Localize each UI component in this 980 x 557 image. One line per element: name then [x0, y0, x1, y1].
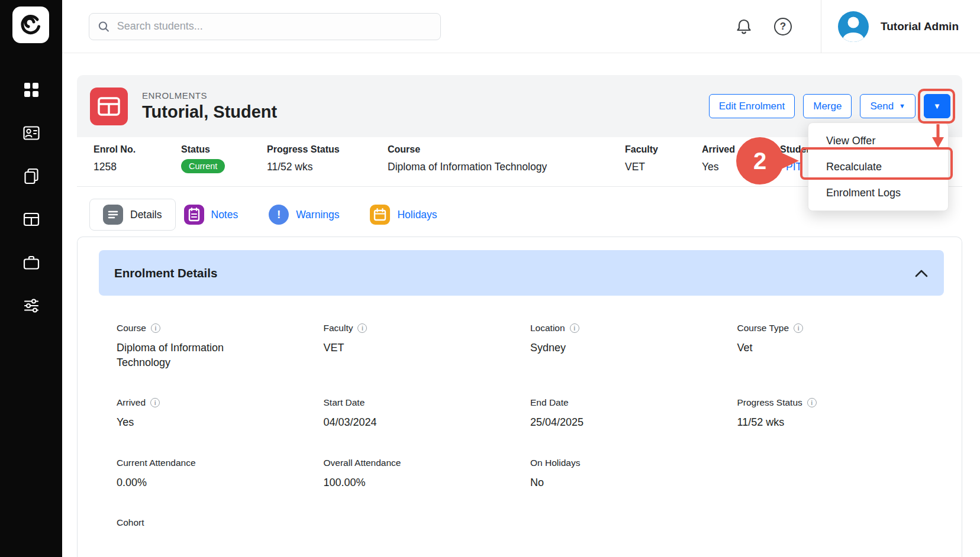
table-icon [22, 211, 40, 228]
send-label: Send [870, 101, 894, 112]
info-icon[interactable]: i [807, 398, 817, 407]
summary-field-enrol-no: Enrol No. 1258 [94, 144, 136, 173]
sidebar [0, 0, 62, 557]
chevron-up-icon [914, 268, 929, 278]
help-button[interactable]: ? [771, 15, 795, 38]
menu-item-recalculate[interactable]: Recalculate [808, 154, 948, 180]
info-icon[interactable]: i [570, 323, 579, 333]
user-avatar[interactable] [838, 11, 869, 42]
field-current-attendance: Current Attendance 0.00% [117, 458, 324, 490]
summary-field-arrived: Arrived Yes [702, 144, 735, 173]
field-cohort: Cohort [117, 517, 324, 535]
sidebar-nav [0, 81, 62, 315]
caret-down-icon: ▼ [899, 103, 905, 109]
details-panel: Enrolment Details Coursei Diploma of Inf… [77, 237, 962, 557]
app-root: ? Tutorial Admin ENROLMENTS T [0, 0, 980, 557]
field-arrived: Arrivedi Yes [117, 397, 324, 430]
enrolment-details-section-header[interactable]: Enrolment Details [99, 250, 944, 296]
info-icon[interactable]: i [151, 323, 160, 333]
sidebar-item-settings[interactable] [22, 297, 40, 315]
tab-warnings-label: Warnings [296, 209, 339, 221]
info-icon[interactable]: i [357, 323, 367, 333]
info-icon[interactable]: i [150, 398, 160, 407]
sidebar-item-dashboard[interactable] [22, 81, 40, 99]
exclamation-glyph: ! [277, 208, 281, 221]
tab-details-label: Details [130, 209, 162, 221]
tab-details[interactable]: Details [89, 199, 176, 231]
field-end-date: End Date 25/04/2025 [530, 397, 737, 430]
help-glyph: ? [780, 21, 786, 33]
tab-warnings[interactable]: ! Warnings [269, 205, 339, 225]
sidebar-item-documents[interactable] [22, 167, 40, 185]
details-icon [103, 205, 123, 225]
topbar-divider [821, 0, 821, 53]
field-progress-status: Progress Statusi 11/52 wks [737, 397, 944, 430]
notifications-button[interactable] [732, 15, 756, 38]
sidebar-item-jobs[interactable] [22, 254, 40, 271]
field-location: Locationi Sydney [530, 323, 737, 370]
field-faculty: Facultyi VET [324, 323, 531, 370]
sliders-icon [22, 297, 40, 315]
app-logo[interactable] [12, 7, 49, 43]
tab-notes-label: Notes [211, 209, 238, 221]
page-title: Tutorial, Student [142, 102, 277, 122]
collapse-button[interactable] [914, 268, 929, 278]
sidebar-item-enrolments[interactable] [22, 211, 40, 228]
tab-notes[interactable]: Notes [184, 205, 238, 225]
grid-spacer [737, 458, 944, 490]
field-course-type: Course Typei Vet [737, 323, 944, 370]
details-grid: Coursei Diploma of Information Technolog… [117, 323, 944, 535]
tab-holidays[interactable]: Holidays [370, 205, 437, 225]
logo-swirl-icon [19, 13, 43, 37]
field-start-date: Start Date 04/03/2024 [324, 397, 531, 430]
dashboard-icon [22, 81, 40, 99]
send-dropdown-menu: View Offer Recalculate Enrolment Logs [808, 122, 949, 211]
enrolments-module-icon [90, 88, 128, 125]
search-box [89, 13, 441, 40]
calendar-icon [370, 205, 390, 225]
enrolment-actions: Edit Enrolment Merge Send ▼ ▼ [709, 94, 950, 118]
topbar-right: ? Tutorial Admin [732, 0, 980, 53]
status-badge: Current [181, 159, 225, 173]
sidebar-item-students[interactable] [22, 124, 40, 142]
search-icon [98, 20, 110, 33]
help-icon: ? [774, 18, 792, 35]
field-overall-attendance: Overall Attendance 100.00% [324, 458, 531, 490]
notes-icon [184, 205, 204, 225]
summary-field-status: Status Current [181, 144, 225, 173]
bell-icon [735, 18, 753, 35]
section-title: Enrolment Details [114, 266, 217, 280]
briefcase-icon [22, 254, 40, 271]
contact-card-icon [22, 124, 40, 142]
edit-enrolment-button[interactable]: Edit Enrolment [709, 94, 795, 118]
menu-item-enrolment-logs[interactable]: Enrolment Logs [808, 180, 948, 206]
send-button[interactable]: Send ▼ [860, 94, 915, 118]
summary-field-course: Course Diploma of Information Technology [388, 144, 547, 173]
field-on-holidays: On Holidays No [530, 458, 737, 490]
menu-item-view-offer[interactable]: View Offer [808, 128, 948, 154]
avatar-person-icon [838, 11, 869, 42]
breadcrumb: ENROLMENTS [142, 90, 277, 101]
summary-field-faculty: Faculty VET [625, 144, 658, 173]
topbar: ? Tutorial Admin [62, 0, 980, 53]
caret-down-icon: ▼ [933, 102, 941, 110]
more-actions-dropdown-button[interactable]: ▼ [924, 94, 950, 118]
warning-icon: ! [269, 205, 289, 225]
search-input[interactable] [117, 20, 432, 33]
info-icon[interactable]: i [794, 323, 803, 333]
merge-button[interactable]: Merge [803, 94, 852, 118]
enrolment-tabs: Details Notes ! Warnings Holidays [89, 199, 468, 231]
user-name: Tutorial Admin [881, 20, 959, 33]
tab-holidays-label: Holidays [397, 209, 437, 221]
enrolment-titles: ENROLMENTS Tutorial, Student [142, 90, 277, 122]
summary-field-progress: Progress Status 11/52 wks [267, 144, 340, 173]
field-course: Coursei Diploma of Information Technolog… [117, 323, 324, 370]
documents-icon [22, 167, 40, 185]
enrolments-table-icon [90, 88, 128, 125]
